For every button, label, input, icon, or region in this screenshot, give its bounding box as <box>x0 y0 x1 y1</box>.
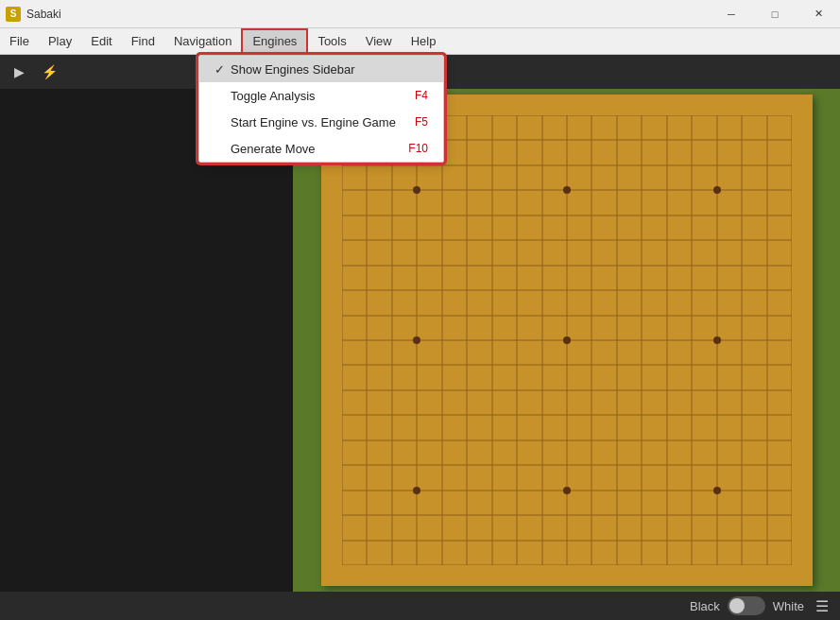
play-icon: ▶ <box>14 64 25 79</box>
hamburger-menu[interactable]: ☰ <box>815 597 829 615</box>
minimize-button[interactable]: ─ <box>710 0 753 28</box>
menu-navigation[interactable]: Navigation <box>164 28 241 54</box>
generate-move-item[interactable]: ✓ Generate Move F10 <box>199 135 443 162</box>
show-engines-sidebar-label: Show Engines Sidebar <box>231 62 355 77</box>
engines-dropdown: ✓ Show Engines Sidebar ✓ Toggle Analysis… <box>198 55 444 163</box>
menu-bar: File Play Edit Find Navigation Engines T… <box>0 28 840 55</box>
svg-point-46 <box>713 487 721 494</box>
menu-engines[interactable]: Engines <box>241 28 308 54</box>
toggle-analysis-label: Toggle Analysis <box>231 89 316 103</box>
maximize-button[interactable]: □ <box>753 0 797 28</box>
player-controls: Black White <box>690 596 804 615</box>
generate-move-shortcut: F10 <box>408 142 428 155</box>
svg-point-39 <box>563 186 571 194</box>
svg-point-42 <box>563 336 571 344</box>
left-panel <box>0 89 293 592</box>
title-text: Sabaki <box>26 8 710 21</box>
white-label: White <box>773 599 804 613</box>
go-board <box>321 95 813 586</box>
generate-move-label: Generate Move <box>231 142 316 156</box>
show-engines-sidebar-item[interactable]: ✓ Show Engines Sidebar <box>199 56 443 82</box>
toggle-analysis-shortcut: F4 <box>415 89 428 102</box>
menu-edit[interactable]: Edit <box>81 28 121 54</box>
svg-point-38 <box>413 186 420 194</box>
status-bar: Black White ☰ <box>0 592 840 620</box>
black-label: Black <box>690 599 720 613</box>
engine-vs-engine-item[interactable]: ✓ Start Engine vs. Engine Game F5 <box>199 109 443 135</box>
menu-play[interactable]: Play <box>39 28 81 54</box>
title-bar: S Sabaki ─ □ ✕ <box>0 0 840 28</box>
menu-file[interactable]: File <box>0 28 39 54</box>
engine-vs-engine-label: Start Engine vs. Engine Game <box>231 115 396 129</box>
check-icon: ✓ <box>214 62 225 77</box>
svg-point-45 <box>563 487 571 494</box>
play-button[interactable]: ▶ <box>8 60 30 83</box>
svg-point-44 <box>413 487 420 494</box>
lightning-icon: ⚡ <box>42 64 58 79</box>
menu-find[interactable]: Find <box>122 28 164 54</box>
lightning-button[interactable]: ⚡ <box>38 60 60 83</box>
menu-help[interactable]: Help <box>402 28 446 54</box>
toggle-analysis-item[interactable]: ✓ Toggle Analysis F4 <box>199 82 443 109</box>
engine-vs-engine-shortcut: F5 <box>415 115 428 129</box>
svg-point-40 <box>713 186 721 194</box>
menu-view[interactable]: View <box>356 28 402 54</box>
player-toggle[interactable] <box>728 596 765 615</box>
svg-point-43 <box>713 336 721 344</box>
board-area <box>293 89 840 592</box>
toggle-knob <box>729 598 745 613</box>
close-button[interactable]: ✕ <box>797 0 840 28</box>
app-icon: S <box>6 7 21 22</box>
svg-point-41 <box>413 336 420 344</box>
board-grid <box>342 115 792 565</box>
main-area <box>0 89 840 592</box>
window-controls: ─ □ ✕ <box>710 0 840 27</box>
menu-tools[interactable]: Tools <box>308 28 355 54</box>
